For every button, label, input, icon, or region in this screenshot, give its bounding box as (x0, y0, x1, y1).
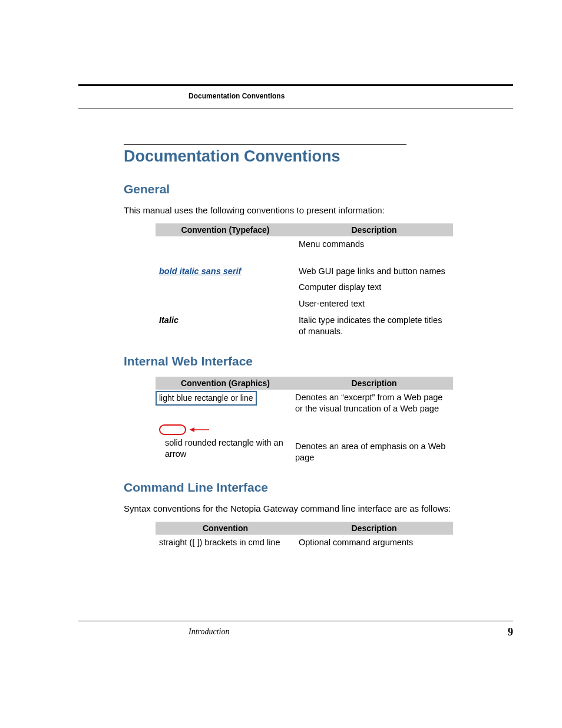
header-rule-bottom (78, 108, 513, 108)
page-title: Documentation Conventions (124, 147, 462, 166)
general-intro: This manual uses the following conventio… (124, 205, 462, 216)
table-cell: Computer display text (295, 279, 453, 296)
content-area: Documentation Conventions General This m… (124, 144, 462, 551)
table-cell: straight ([ ]) brackets in cmd line (156, 535, 295, 551)
footer-rule (78, 621, 513, 621)
table-cell: User-entered text (295, 296, 453, 312)
table-cell (156, 296, 295, 312)
rounded-rect-label: solid rounded rectangle with an arrow (159, 436, 292, 460)
table-cell: Italic (156, 312, 295, 340)
cli-th-right: Description (295, 522, 453, 535)
section-heading-cli: Command Line Interface (124, 480, 462, 495)
rounded-rect-arrow-icon (159, 423, 212, 436)
bold-italic-sample: bold italic sans serif (159, 266, 241, 276)
table-cell: Optional command arguments (295, 535, 453, 551)
table-cell: Web GUI page links and button names (295, 253, 453, 280)
general-table: Convention (Typeface) Description Menu c… (156, 223, 453, 340)
table-cell: Menu commands (295, 236, 453, 253)
light-blue-rectangle-sample: light blue rectangle or line (156, 391, 257, 406)
table-cell: Denotes an “excerpt” from a Web page or … (295, 390, 453, 417)
section-heading-internal: Internal Web Interface (124, 354, 462, 368)
table-cell: light blue rectangle or line (156, 390, 295, 417)
internal-th-right: Description (295, 377, 453, 390)
table-cell: Italic type indicates the complete title… (295, 312, 453, 340)
title-rule (124, 144, 406, 145)
page: Documentation Conventions Documentation … (0, 0, 562, 728)
footer-page-number: 9 (508, 626, 513, 638)
header-rule-top (78, 84, 513, 86)
table-cell (156, 279, 295, 296)
table-cell: bold italic sans serif (156, 253, 295, 280)
internal-th-left: Convention (Graphics) (156, 377, 295, 390)
cli-intro: Syntax conventions for the Netopia Gatew… (124, 503, 462, 515)
section-heading-general: General (124, 182, 462, 196)
cli-th-left: Convention (156, 522, 295, 535)
general-th-right: Description (295, 223, 453, 236)
italic-sample: Italic (159, 315, 178, 325)
table-cell: Denotes an area of emphasis on a Web pag… (295, 417, 453, 466)
table-cell: solid rounded rectangle with an arrow (156, 417, 295, 466)
general-th-left: Convention (Typeface) (156, 223, 295, 236)
internal-table: Convention (Graphics) Description light … (156, 377, 453, 466)
cli-table: Convention Description straight ([ ]) br… (156, 522, 453, 551)
footer-chapter: Introduction (189, 627, 229, 637)
svg-rect-0 (160, 425, 186, 434)
table-cell (156, 236, 295, 253)
svg-marker-2 (190, 427, 194, 432)
running-header: Documentation Conventions (189, 92, 285, 100)
